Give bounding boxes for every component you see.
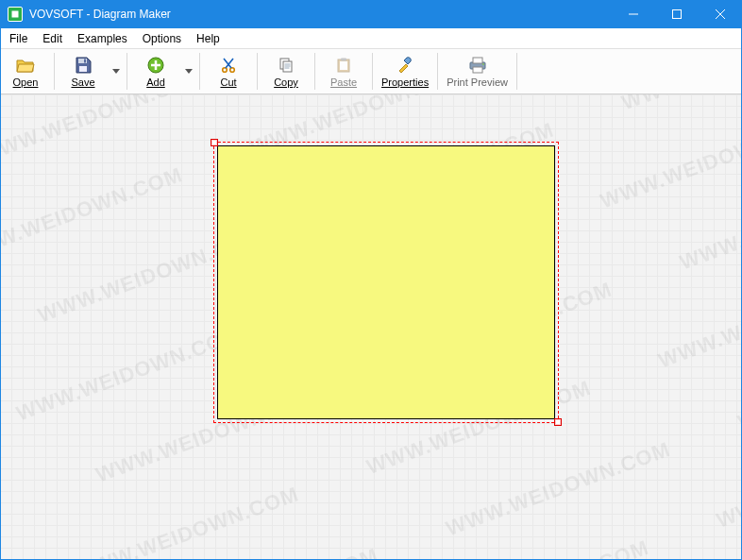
paste-label: Paste [330,76,357,88]
menubar: File Edit Examples Options Help [0,28,742,49]
window-title: VOVSOFT - Diagram Maker [29,8,612,21]
toolbar-separator [257,53,258,90]
open-button[interactable]: Open [0,49,51,93]
clipboard-icon [333,55,354,76]
menu-options[interactable]: Options [135,30,189,47]
svg-rect-18 [473,67,482,73]
svg-rect-14 [340,61,347,70]
properties-button[interactable]: Properties [376,49,434,93]
close-button[interactable] [699,0,742,28]
save-dropdown[interactable] [109,49,124,93]
svg-point-19 [482,63,484,65]
toolbar-separator [126,53,127,90]
copy-button[interactable]: Copy [261,49,312,93]
add-button[interactable]: Add [130,49,181,93]
folder-open-icon [15,55,36,76]
toolbar-separator [437,53,438,90]
printer-icon [467,55,488,76]
print-preview-button[interactable]: Print Preview [441,49,514,93]
save-button[interactable]: Save [58,49,109,93]
minimize-button[interactable] [612,0,655,28]
menu-edit[interactable]: Edit [35,30,70,47]
scissors-icon [218,55,239,76]
toolbar-separator [516,53,517,90]
svg-rect-6 [79,66,87,72]
toolbar-separator [54,53,55,90]
app-icon [8,7,23,22]
svg-rect-15 [341,59,346,61]
svg-rect-7 [84,59,86,63]
titlebar: VOVSOFT - Diagram Maker [0,0,742,28]
menu-file[interactable]: File [2,30,35,47]
add-label: Add [146,76,165,88]
copy-icon [276,55,296,76]
canvas[interactable]: WWW.WEIDOWN.COM WWW.WEIDOWN.COM WWW.WEID… [0,94,742,560]
tools-icon [395,55,415,76]
toolbar-separator [199,53,200,90]
resize-handle-bottom-right[interactable] [554,418,562,426]
toolbar-separator [372,53,373,90]
svg-rect-17 [473,58,482,63]
cut-button[interactable]: Cut [203,49,254,93]
toolbar: Open Save Add Cut Copy [0,49,742,94]
open-label: Open [13,76,39,88]
toolbar-separator [314,53,315,90]
floppy-disk-icon [73,55,93,76]
copy-label: Copy [274,76,298,88]
cut-label: Cut [220,76,236,88]
properties-label: Properties [381,76,429,88]
resize-handle-top-left[interactable] [211,139,218,146]
maximize-button[interactable] [655,0,699,28]
save-label: Save [71,76,94,88]
svg-rect-2 [673,10,682,19]
add-icon [145,55,166,76]
shape-rectangle[interactable] [217,145,555,419]
svg-rect-0 [11,10,19,18]
menu-help[interactable]: Help [189,30,228,47]
paste-button: Paste [318,49,369,93]
print-preview-label: Print Preview [447,76,508,88]
add-dropdown[interactable] [181,49,196,93]
menu-examples[interactable]: Examples [70,30,135,47]
selection-box[interactable] [213,142,559,423]
